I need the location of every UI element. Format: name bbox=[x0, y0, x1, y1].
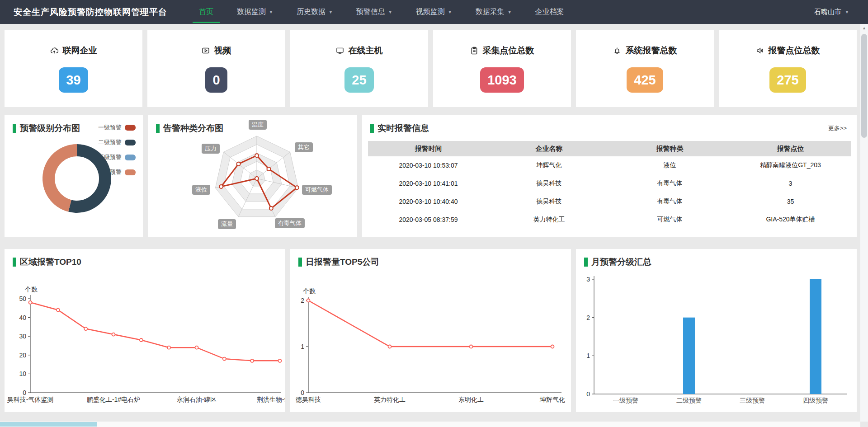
alarm-type: 有毒气体 bbox=[609, 197, 730, 206]
alarm-table-header: 报警时间 企业名称 报警种类 报警点位 bbox=[368, 141, 851, 156]
alarm-company: 德昊科技 bbox=[489, 197, 609, 206]
stat-value-badge: 275 bbox=[769, 67, 806, 93]
svg-text:0: 0 bbox=[301, 389, 304, 396]
video-icon bbox=[202, 47, 210, 55]
radar-axis-label: 有毒气体 bbox=[275, 218, 305, 228]
svg-text:鹏盛化工-1#电石炉: 鹏盛化工-1#电石炉 bbox=[87, 396, 140, 403]
stat-label: 采集点位总数 bbox=[483, 45, 534, 56]
stat-label: 在线主机 bbox=[349, 45, 383, 56]
nav-item-video-monitor[interactable]: 视频监测 ▼ bbox=[416, 0, 452, 24]
column-header: 企业名称 bbox=[489, 145, 609, 153]
alarm-type: 液位 bbox=[609, 161, 730, 169]
chevron-down-icon: ▼ bbox=[329, 10, 333, 14]
stat-label: 报警点位总数 bbox=[769, 45, 820, 56]
bar bbox=[810, 279, 821, 394]
line-series bbox=[30, 302, 280, 361]
chevron-down-icon: ▼ bbox=[269, 10, 273, 14]
alarm-point: 35 bbox=[730, 198, 851, 205]
bell-icon bbox=[613, 47, 621, 55]
alarm-time: 2020-03-10 10:41:01 bbox=[368, 180, 489, 187]
radar-axis-label: 其它 bbox=[295, 142, 313, 152]
daily-top5-line-chart: 012个数德昊科技英力特化工东明化工坤辉气化 bbox=[290, 272, 571, 412]
nav-item-warning-info[interactable]: 预警信息 ▼ bbox=[356, 0, 392, 24]
alarm-company: 坤辉气化 bbox=[489, 161, 609, 169]
stat-card-alarm-points: 报警点位总数 275 bbox=[719, 30, 857, 107]
chevron-down-icon: ▼ bbox=[845, 10, 849, 14]
radar-data-point bbox=[267, 167, 270, 171]
section-marker bbox=[370, 124, 374, 133]
nav-item-label: 历史数据 bbox=[297, 7, 326, 17]
line-data-point bbox=[195, 346, 198, 349]
table-row[interactable]: 2020-03-10 10:53:07 坤辉气化 液位 精醇南罐液位GT_203 bbox=[368, 156, 851, 174]
alarm-time: 2020-03-05 08:37:59 bbox=[368, 216, 489, 223]
svg-text:个数: 个数 bbox=[302, 287, 316, 295]
stat-value-badge: 39 bbox=[59, 67, 88, 93]
radar-data-point bbox=[255, 177, 259, 180]
cloud-icon bbox=[50, 47, 58, 55]
stat-card-video: 视频 0 bbox=[147, 30, 285, 107]
svg-text:2: 2 bbox=[301, 297, 304, 304]
svg-text:英力特化工: 英力特化工 bbox=[374, 396, 406, 403]
speaker-icon bbox=[756, 47, 764, 55]
line-data-point bbox=[112, 333, 115, 336]
svg-text:30: 30 bbox=[19, 333, 26, 340]
svg-text:0: 0 bbox=[23, 389, 26, 396]
vertical-scrollbar[interactable]: ▲ bbox=[860, 24, 868, 422]
alarm-point: 3 bbox=[730, 180, 851, 187]
radar-data-point bbox=[295, 186, 299, 189]
table-row[interactable]: 2020-03-05 08:37:59 英力特化工 可燃气体 GIA-520单体… bbox=[368, 211, 851, 229]
svg-text:1: 1 bbox=[301, 343, 304, 350]
nav-item-enterprise-archive[interactable]: 企业档案 bbox=[535, 0, 564, 24]
more-link[interactable]: 更多>> bbox=[828, 124, 847, 132]
table-row[interactable]: 2020-03-10 10:40:40 德昊科技 有毒气体 35 bbox=[368, 192, 851, 211]
scroll-up-icon[interactable]: ▲ bbox=[860, 24, 868, 32]
alarm-point: 精醇南罐液位GT_203 bbox=[730, 161, 851, 169]
stat-value-badge: 25 bbox=[344, 67, 373, 93]
panel-warning-level: 预警级别分布图 一级预警 二级预警 三级预警 四级预警 bbox=[5, 115, 143, 237]
chevron-down-icon: ▼ bbox=[508, 10, 512, 14]
stat-card-online-enterprise: 联网企业 39 bbox=[5, 30, 142, 107]
svg-text:40: 40 bbox=[19, 314, 26, 321]
line-data-point bbox=[250, 359, 254, 362]
svg-text:0: 0 bbox=[586, 390, 590, 398]
region-selector[interactable]: 石嘴山市 ▼ bbox=[814, 0, 849, 24]
radar-axis-label: 压力 bbox=[202, 144, 220, 154]
stat-label: 视频 bbox=[214, 45, 231, 56]
nav-item-history-data[interactable]: 历史数据 ▼ bbox=[297, 0, 333, 24]
svg-text:东明化工: 东明化工 bbox=[458, 396, 484, 403]
alarm-type: 可燃气体 bbox=[609, 216, 730, 224]
stat-card-collect-points: 采集点位总数 1093 bbox=[433, 30, 571, 107]
column-header: 报警时间 bbox=[368, 145, 489, 153]
stat-label: 联网企业 bbox=[63, 45, 97, 56]
radar-chart bbox=[148, 115, 357, 237]
region-name: 石嘴山市 bbox=[814, 8, 841, 16]
section-marker bbox=[584, 258, 588, 267]
panel-region-top10: 区域报警TOP10 01020304050个数昊科技-气体监测鹏盛化工-1#电石… bbox=[5, 249, 285, 412]
vertical-scroll-thumb[interactable] bbox=[861, 34, 867, 138]
horizontal-scrollbar[interactable] bbox=[0, 422, 860, 427]
svg-text:荆洪生物-氧化反: 荆洪生物-氧化反 bbox=[257, 396, 285, 403]
app-title: 安全生产风险预警防控物联网管理平台 bbox=[14, 0, 167, 24]
radar-axis-label: 液位 bbox=[192, 185, 210, 195]
bar bbox=[683, 318, 695, 394]
nav-item-home[interactable]: 首页 bbox=[199, 0, 213, 24]
radar-data-point bbox=[255, 154, 259, 157]
radar-data-point bbox=[237, 162, 241, 166]
chevron-down-icon: ▼ bbox=[448, 10, 452, 14]
line-data-point bbox=[29, 301, 32, 304]
svg-text:10: 10 bbox=[19, 370, 26, 377]
nav-item-label: 视频监测 bbox=[416, 7, 445, 17]
horizontal-scroll-thumb[interactable] bbox=[0, 422, 97, 427]
svg-text:永润石油-罐区: 永润石油-罐区 bbox=[177, 396, 217, 403]
stat-card-online-host: 在线主机 25 bbox=[290, 30, 428, 107]
line-data-point bbox=[57, 308, 60, 311]
table-row[interactable]: 2020-03-10 10:41:01 德昊科技 有毒气体 3 bbox=[368, 174, 851, 192]
section-marker bbox=[13, 258, 16, 267]
nav-item-label: 企业档案 bbox=[535, 7, 564, 17]
nav-item-data-monitor[interactable]: 数据监测 ▼ bbox=[237, 0, 273, 24]
line-series bbox=[308, 300, 552, 347]
radar-axis-label: 流量 bbox=[218, 219, 236, 229]
svg-text:一级预警: 一级预警 bbox=[613, 397, 638, 404]
nav-item-data-collect[interactable]: 数据采集 ▼ bbox=[476, 0, 512, 24]
chevron-down-icon: ▼ bbox=[388, 10, 392, 14]
